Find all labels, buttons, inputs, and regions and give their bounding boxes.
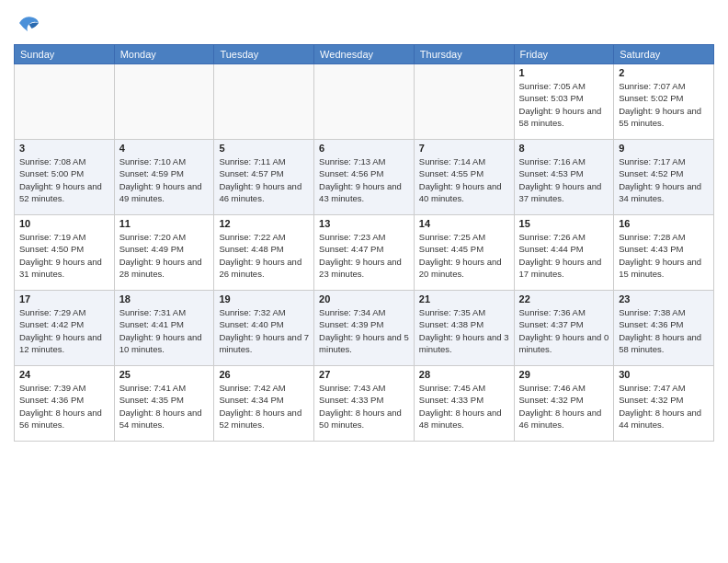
day-number: 15	[519, 218, 609, 229]
calendar-cell: 12Sunrise: 7:22 AM Sunset: 4:48 PM Dayli…	[214, 215, 314, 291]
day-number: 8	[519, 143, 609, 154]
day-info: Sunrise: 7:10 AM Sunset: 4:59 PM Dayligh…	[119, 155, 210, 204]
day-info: Sunrise: 7:14 AM Sunset: 4:55 PM Dayligh…	[419, 155, 509, 204]
day-header-thursday: Thursday	[414, 45, 514, 64]
day-info: Sunrise: 7:16 AM Sunset: 4:53 PM Dayligh…	[519, 155, 609, 204]
calendar-cell	[214, 64, 314, 140]
calendar-cell: 26Sunrise: 7:42 AM Sunset: 4:34 PM Dayli…	[214, 366, 314, 442]
day-info: Sunrise: 7:35 AM Sunset: 4:38 PM Dayligh…	[419, 306, 509, 355]
calendar-cell: 21Sunrise: 7:35 AM Sunset: 4:38 PM Dayli…	[414, 291, 514, 366]
day-number: 20	[319, 293, 409, 304]
calendar-cell: 18Sunrise: 7:31 AM Sunset: 4:41 PM Dayli…	[114, 291, 214, 366]
logo	[14, 9, 45, 37]
calendar-cell: 19Sunrise: 7:32 AM Sunset: 4:40 PM Dayli…	[214, 291, 314, 366]
day-number: 25	[119, 369, 210, 380]
day-info: Sunrise: 7:19 AM Sunset: 4:50 PM Dayligh…	[19, 231, 109, 280]
day-number: 10	[19, 218, 109, 229]
day-number: 2	[619, 67, 709, 78]
day-number: 9	[619, 143, 709, 154]
day-info: Sunrise: 7:23 AM Sunset: 4:47 PM Dayligh…	[319, 231, 409, 280]
calendar-cell: 15Sunrise: 7:26 AM Sunset: 4:44 PM Dayli…	[514, 215, 614, 291]
page: SundayMondayTuesdayWednesdayThursdayFrid…	[0, 0, 728, 563]
calendar-cell: 6Sunrise: 7:13 AM Sunset: 4:56 PM Daylig…	[314, 140, 415, 215]
day-info: Sunrise: 7:05 AM Sunset: 5:03 PM Dayligh…	[519, 80, 609, 129]
day-info: Sunrise: 7:20 AM Sunset: 4:49 PM Dayligh…	[119, 231, 210, 280]
calendar-body: 1Sunrise: 7:05 AM Sunset: 5:03 PM Daylig…	[15, 64, 714, 442]
calendar-cell: 14Sunrise: 7:25 AM Sunset: 4:45 PM Dayli…	[414, 215, 514, 291]
calendar: SundayMondayTuesdayWednesdayThursdayFrid…	[14, 44, 714, 442]
calendar-cell: 5Sunrise: 7:11 AM Sunset: 4:57 PM Daylig…	[214, 140, 314, 215]
day-number: 1	[519, 67, 609, 78]
day-number: 28	[419, 369, 509, 380]
calendar-cell: 24Sunrise: 7:39 AM Sunset: 4:36 PM Dayli…	[15, 366, 115, 442]
day-header-sunday: Sunday	[15, 45, 115, 64]
day-info: Sunrise: 7:47 AM Sunset: 4:32 PM Dayligh…	[619, 382, 709, 431]
day-number: 30	[619, 369, 709, 380]
calendar-cell	[114, 64, 214, 140]
day-number: 26	[219, 369, 309, 380]
header	[14, 9, 714, 37]
day-info: Sunrise: 7:39 AM Sunset: 4:36 PM Dayligh…	[19, 382, 109, 431]
calendar-cell: 4Sunrise: 7:10 AM Sunset: 4:59 PM Daylig…	[114, 140, 214, 215]
day-info: Sunrise: 7:08 AM Sunset: 5:00 PM Dayligh…	[19, 155, 109, 204]
day-info: Sunrise: 7:22 AM Sunset: 4:48 PM Dayligh…	[219, 231, 309, 280]
day-number: 22	[519, 293, 609, 304]
calendar-cell: 28Sunrise: 7:45 AM Sunset: 4:33 PM Dayli…	[414, 366, 514, 442]
day-number: 7	[419, 143, 509, 154]
day-header-wednesday: Wednesday	[314, 45, 415, 64]
calendar-cell	[15, 64, 115, 140]
day-info: Sunrise: 7:07 AM Sunset: 5:02 PM Dayligh…	[619, 80, 709, 129]
day-info: Sunrise: 7:17 AM Sunset: 4:52 PM Dayligh…	[619, 155, 709, 204]
day-number: 24	[19, 369, 109, 380]
calendar-cell: 8Sunrise: 7:16 AM Sunset: 4:53 PM Daylig…	[514, 140, 614, 215]
calendar-cell: 20Sunrise: 7:34 AM Sunset: 4:39 PM Dayli…	[314, 291, 415, 366]
calendar-week-1: 1Sunrise: 7:05 AM Sunset: 5:03 PM Daylig…	[15, 64, 714, 140]
day-number: 6	[319, 143, 409, 154]
calendar-week-3: 10Sunrise: 7:19 AM Sunset: 4:50 PM Dayli…	[15, 215, 714, 291]
day-number: 5	[219, 143, 309, 154]
day-info: Sunrise: 7:46 AM Sunset: 4:32 PM Dayligh…	[519, 382, 609, 431]
day-number: 21	[419, 293, 509, 304]
day-info: Sunrise: 7:36 AM Sunset: 4:37 PM Dayligh…	[519, 306, 609, 355]
day-info: Sunrise: 7:25 AM Sunset: 4:45 PM Dayligh…	[419, 231, 509, 280]
calendar-cell: 16Sunrise: 7:28 AM Sunset: 4:43 PM Dayli…	[614, 215, 714, 291]
day-number: 18	[119, 293, 210, 304]
day-number: 4	[119, 143, 210, 154]
day-number: 19	[219, 293, 309, 304]
day-number: 16	[619, 218, 709, 229]
calendar-cell: 17Sunrise: 7:29 AM Sunset: 4:42 PM Dayli…	[15, 291, 115, 366]
day-info: Sunrise: 7:43 AM Sunset: 4:33 PM Dayligh…	[319, 382, 409, 431]
calendar-cell: 27Sunrise: 7:43 AM Sunset: 4:33 PM Dayli…	[314, 366, 415, 442]
calendar-cell: 1Sunrise: 7:05 AM Sunset: 5:03 PM Daylig…	[514, 64, 614, 140]
calendar-cell: 25Sunrise: 7:41 AM Sunset: 4:35 PM Dayli…	[114, 366, 214, 442]
day-info: Sunrise: 7:31 AM Sunset: 4:41 PM Dayligh…	[119, 306, 210, 355]
day-info: Sunrise: 7:26 AM Sunset: 4:44 PM Dayligh…	[519, 231, 609, 280]
calendar-cell: 2Sunrise: 7:07 AM Sunset: 5:02 PM Daylig…	[614, 64, 714, 140]
calendar-cell: 10Sunrise: 7:19 AM Sunset: 4:50 PM Dayli…	[15, 215, 115, 291]
day-info: Sunrise: 7:13 AM Sunset: 4:56 PM Dayligh…	[319, 155, 409, 204]
day-number: 3	[19, 143, 109, 154]
calendar-week-4: 17Sunrise: 7:29 AM Sunset: 4:42 PM Dayli…	[15, 291, 714, 366]
day-info: Sunrise: 7:29 AM Sunset: 4:42 PM Dayligh…	[19, 306, 109, 355]
day-number: 13	[319, 218, 409, 229]
day-number: 17	[19, 293, 109, 304]
calendar-cell	[414, 64, 514, 140]
calendar-cell: 3Sunrise: 7:08 AM Sunset: 5:00 PM Daylig…	[15, 140, 115, 215]
day-info: Sunrise: 7:32 AM Sunset: 4:40 PM Dayligh…	[219, 306, 309, 355]
calendar-week-2: 3Sunrise: 7:08 AM Sunset: 5:00 PM Daylig…	[15, 140, 714, 215]
day-info: Sunrise: 7:45 AM Sunset: 4:33 PM Dayligh…	[419, 382, 509, 431]
day-info: Sunrise: 7:38 AM Sunset: 4:36 PM Dayligh…	[619, 306, 709, 355]
day-header-friday: Friday	[514, 45, 614, 64]
calendar-cell: 23Sunrise: 7:38 AM Sunset: 4:36 PM Dayli…	[614, 291, 714, 366]
calendar-cell: 22Sunrise: 7:36 AM Sunset: 4:37 PM Dayli…	[514, 291, 614, 366]
day-number: 11	[119, 218, 210, 229]
day-info: Sunrise: 7:41 AM Sunset: 4:35 PM Dayligh…	[119, 382, 210, 431]
calendar-cell: 29Sunrise: 7:46 AM Sunset: 4:32 PM Dayli…	[514, 366, 614, 442]
day-header-tuesday: Tuesday	[214, 45, 314, 64]
calendar-header-row: SundayMondayTuesdayWednesdayThursdayFrid…	[15, 45, 714, 64]
day-header-monday: Monday	[114, 45, 214, 64]
day-number: 23	[619, 293, 709, 304]
day-number: 12	[219, 218, 309, 229]
day-info: Sunrise: 7:42 AM Sunset: 4:34 PM Dayligh…	[219, 382, 309, 431]
day-info: Sunrise: 7:34 AM Sunset: 4:39 PM Dayligh…	[319, 306, 409, 355]
